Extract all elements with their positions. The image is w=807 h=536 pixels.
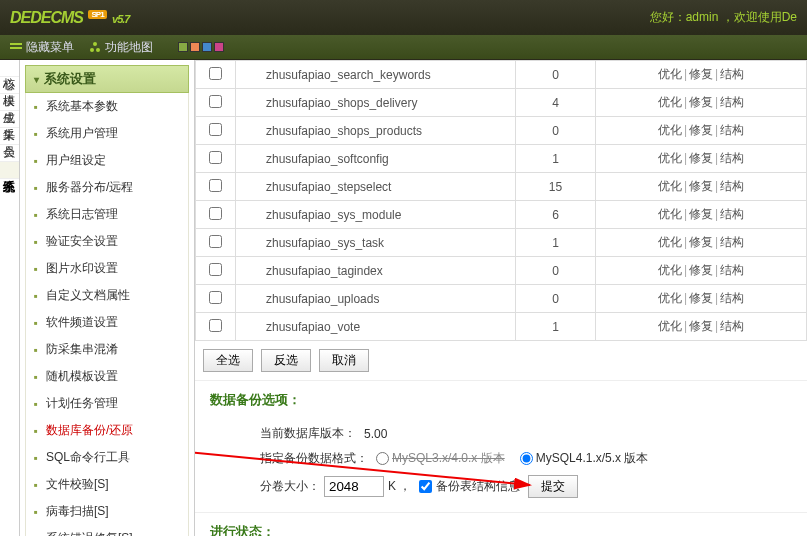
- format-mysql3-radio[interactable]: [376, 452, 389, 465]
- row-checkbox[interactable]: [209, 151, 222, 164]
- sidebar-item[interactable]: 用户组设定: [26, 147, 188, 174]
- table-row: zhusufapiao_stepselect15优化|修复|结构: [196, 173, 807, 201]
- invert-selection-button[interactable]: 反选: [261, 349, 311, 372]
- theme-colors: [178, 42, 224, 52]
- row-checkbox[interactable]: [209, 291, 222, 304]
- sidebar-item[interactable]: 文件校验[S]: [26, 471, 188, 498]
- sidebar-item[interactable]: 图片水印设置: [26, 255, 188, 282]
- row-count: 6: [516, 201, 596, 229]
- sitemap-icon: [89, 41, 101, 53]
- table-name-cell: zhusufapiao_shops_delivery: [236, 89, 516, 117]
- format-mysql4-option[interactable]: MySQL4.1.x/5.x 版本: [520, 450, 649, 467]
- structure-link[interactable]: 结构: [720, 123, 744, 137]
- row-checkbox[interactable]: [209, 263, 222, 276]
- side-nav-0[interactable]: 核心: [0, 60, 19, 77]
- repair-link[interactable]: 修复: [689, 207, 713, 221]
- row-checkbox[interactable]: [209, 123, 222, 136]
- sidebar-item[interactable]: 服务器分布/远程: [26, 174, 188, 201]
- sidebar-header-system[interactable]: 系统设置: [25, 65, 189, 93]
- row-checkbox[interactable]: [209, 179, 222, 192]
- repair-link[interactable]: 修复: [689, 235, 713, 249]
- side-nav-2[interactable]: 生成: [0, 94, 19, 111]
- row-checkbox[interactable]: [209, 95, 222, 108]
- row-checkbox[interactable]: [209, 235, 222, 248]
- side-nav-5[interactable]: 模板: [0, 145, 19, 162]
- format-mysql3-option[interactable]: MySQL3.x/4.0.x 版本: [376, 450, 505, 467]
- backup-structure-checkbox[interactable]: [419, 480, 432, 493]
- row-count: 1: [516, 313, 596, 341]
- row-checkbox[interactable]: [209, 319, 222, 332]
- row-actions: 优化|修复|结构: [596, 117, 807, 145]
- optimize-link[interactable]: 优化: [658, 179, 682, 193]
- repair-link[interactable]: 修复: [689, 123, 713, 137]
- sidebar-item[interactable]: 计划任务管理: [26, 390, 188, 417]
- optimize-link[interactable]: 优化: [658, 263, 682, 277]
- select-all-button[interactable]: 全选: [203, 349, 253, 372]
- optimize-link[interactable]: 优化: [658, 291, 682, 305]
- toolbar: 隐藏菜单 功能地图: [0, 35, 807, 60]
- optimize-link[interactable]: 优化: [658, 123, 682, 137]
- row-checkbox[interactable]: [209, 67, 222, 80]
- side-nav-6[interactable]: 系统: [0, 162, 19, 179]
- row-checkbox[interactable]: [209, 207, 222, 220]
- structure-link[interactable]: 结构: [720, 95, 744, 109]
- structure-link[interactable]: 结构: [720, 179, 744, 193]
- table-name-cell: zhusufapiao_uploads: [236, 285, 516, 313]
- row-count: 0: [516, 117, 596, 145]
- color-blue[interactable]: [202, 42, 212, 52]
- repair-link[interactable]: 修复: [689, 291, 713, 305]
- structure-link[interactable]: 结构: [720, 235, 744, 249]
- color-orange[interactable]: [190, 42, 200, 52]
- optimize-link[interactable]: 优化: [658, 235, 682, 249]
- sidebar-item[interactable]: 病毒扫描[S]: [26, 498, 188, 525]
- repair-link[interactable]: 修复: [689, 95, 713, 109]
- optimize-link[interactable]: 优化: [658, 151, 682, 165]
- color-pink[interactable]: [214, 42, 224, 52]
- optimize-link[interactable]: 优化: [658, 95, 682, 109]
- backup-structure-option[interactable]: 备份表结构信息: [419, 478, 520, 495]
- repair-link[interactable]: 修复: [689, 319, 713, 333]
- color-green[interactable]: [178, 42, 188, 52]
- table-name-cell: zhusufapiao_shops_products: [236, 117, 516, 145]
- chunk-size-input[interactable]: [324, 476, 384, 497]
- repair-link[interactable]: 修复: [689, 67, 713, 81]
- repair-link[interactable]: 修复: [689, 151, 713, 165]
- svg-point-2: [93, 42, 97, 46]
- repair-link[interactable]: 修复: [689, 263, 713, 277]
- sidebar-item[interactable]: 系统错误修复[S]: [26, 525, 188, 536]
- logo-text: DEDECMS: [10, 9, 83, 26]
- submit-button[interactable]: 提交: [528, 475, 578, 498]
- format-mysql4-radio[interactable]: [520, 452, 533, 465]
- optimize-link[interactable]: 优化: [658, 67, 682, 81]
- structure-link[interactable]: 结构: [720, 67, 744, 81]
- row-actions: 优化|修复|结构: [596, 89, 807, 117]
- hide-menu-toggle[interactable]: 隐藏菜单: [10, 39, 74, 56]
- sidebar-item[interactable]: 防采集串混淆: [26, 336, 188, 363]
- site-map-link[interactable]: 功能地图: [89, 39, 153, 56]
- optimize-link[interactable]: 优化: [658, 319, 682, 333]
- sidebar-item[interactable]: 系统基本参数: [26, 93, 188, 120]
- structure-link[interactable]: 结构: [720, 291, 744, 305]
- table-row: zhusufapiao_uploads0优化|修复|结构: [196, 285, 807, 313]
- backup-options-section: 数据备份选项： 当前数据库版本： 5.00 指定备份数据格式： MySQL3.x…: [195, 380, 807, 512]
- sidebar-item[interactable]: 数据库备份/还原: [26, 417, 188, 444]
- sidebar-item[interactable]: 系统日志管理: [26, 201, 188, 228]
- side-nav-1[interactable]: 模块: [0, 77, 19, 94]
- sidebar-item[interactable]: SQL命令行工具: [26, 444, 188, 471]
- structure-link[interactable]: 结构: [720, 319, 744, 333]
- side-nav-4[interactable]: 会员: [0, 128, 19, 145]
- sidebar-item[interactable]: 自定义文档属性: [26, 282, 188, 309]
- optimize-link[interactable]: 优化: [658, 207, 682, 221]
- structure-link[interactable]: 结构: [720, 263, 744, 277]
- format-mysql3-label: MySQL3.x/4.0.x 版本: [392, 450, 505, 467]
- sidebar-item[interactable]: 随机模板设置: [26, 363, 188, 390]
- table-row: zhusufapiao_softconfig1优化|修复|结构: [196, 145, 807, 173]
- structure-link[interactable]: 结构: [720, 151, 744, 165]
- side-nav-3[interactable]: 采集: [0, 111, 19, 128]
- sidebar-item[interactable]: 验证安全设置: [26, 228, 188, 255]
- sidebar-item[interactable]: 软件频道设置: [26, 309, 188, 336]
- cancel-selection-button[interactable]: 取消: [319, 349, 369, 372]
- sidebar-item[interactable]: 系统用户管理: [26, 120, 188, 147]
- repair-link[interactable]: 修复: [689, 179, 713, 193]
- structure-link[interactable]: 结构: [720, 207, 744, 221]
